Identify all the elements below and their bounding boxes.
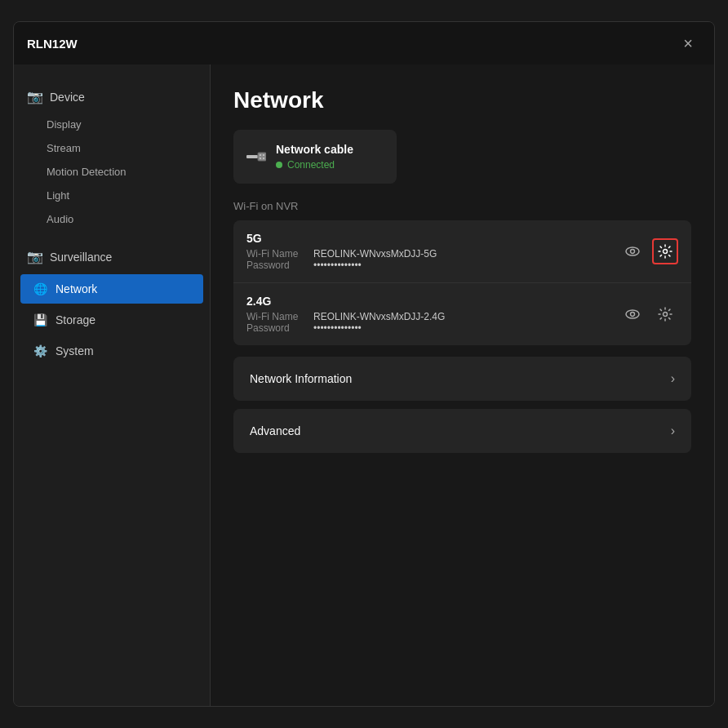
status-dot: [276, 162, 282, 168]
network-information-row[interactable]: Network Information ›: [233, 357, 691, 401]
storage-icon: 💾: [33, 313, 47, 326]
network-cable-name: Network cable: [276, 143, 353, 156]
dialog-title: RLN12W: [27, 37, 78, 51]
wifi-24g-password-label: Password: [246, 322, 304, 334]
wifi-24g-name-row: Wi-Fi Name REOLINK-WNvxsMxDJJ-2.4G: [246, 311, 445, 322]
svg-rect-4: [260, 158, 261, 159]
svg-point-11: [664, 313, 668, 317]
advanced-chevron-icon: ›: [671, 424, 675, 438]
svg-rect-1: [258, 153, 266, 161]
wifi-5g-eye-button[interactable]: [619, 238, 646, 264]
cable-icon: [246, 148, 266, 166]
wifi-24g-band: 2.4G: [246, 295, 445, 308]
network-cable-info: Network cable Connected: [276, 143, 353, 171]
device-section: 📷 Device: [14, 78, 210, 113]
camera-icon: 📷: [27, 89, 43, 104]
device-section-label: Device: [50, 91, 85, 104]
wifi-24g-info: 2.4G Wi-Fi Name REOLINK-WNvxsMxDJJ-2.4G …: [246, 295, 445, 334]
wifi-5g-name-label: Wi-Fi Name: [246, 248, 304, 260]
wifi-24g-eye-button[interactable]: [619, 301, 646, 327]
system-icon: ⚙️: [33, 344, 47, 357]
content-area: 📷 Device Display Stream Motion Detection…: [14, 64, 714, 706]
wifi-24g-password-value: ••••••••••••••: [313, 322, 362, 334]
wifi-5g-band: 5G: [246, 232, 437, 245]
wifi-5g-password-row: Password ••••••••••••••: [246, 260, 437, 271]
sidebar-item-system[interactable]: ⚙️ System: [20, 336, 203, 366]
page-title: Network: [233, 87, 691, 113]
wifi-24g-settings-button[interactable]: [652, 301, 678, 327]
svg-rect-3: [263, 154, 264, 156]
wifi-5g-settings-button[interactable]: [652, 238, 678, 264]
main-content: Network Network cable: [211, 64, 714, 706]
titlebar: RLN12W ×: [14, 22, 714, 64]
sidebar-item-storage-label: Storage: [55, 313, 95, 326]
svg-point-8: [664, 250, 668, 254]
sidebar-item-network[interactable]: 🌐 Network: [20, 274, 203, 304]
svg-point-10: [631, 313, 635, 317]
svg-rect-2: [260, 154, 261, 156]
wifi-5g-name-row: Wi-Fi Name REOLINK-WNvxsMxDJJ-5G: [246, 248, 437, 260]
wifi-5g-row: 5G Wi-Fi Name REOLINK-WNvxsMxDJJ-5G Pass…: [233, 220, 691, 282]
wifi-24g-row: 2.4G Wi-Fi Name REOLINK-WNvxsMxDJJ-2.4G …: [233, 282, 691, 345]
svg-rect-0: [246, 155, 258, 158]
advanced-label: Advanced: [250, 424, 300, 437]
sidebar-item-light[interactable]: Light: [14, 184, 210, 207]
wifi-24g-name-label: Wi-Fi Name: [246, 311, 304, 322]
wifi-block: 5G Wi-Fi Name REOLINK-WNvxsMxDJJ-5G Pass…: [233, 220, 691, 345]
svg-rect-5: [263, 158, 264, 159]
advanced-section: Advanced ›: [233, 409, 691, 453]
network-information-chevron-icon: ›: [671, 371, 675, 386]
sidebar: 📷 Device Display Stream Motion Detection…: [14, 64, 210, 706]
surveillance-section-header: 📷 Surveillance: [27, 244, 197, 269]
sidebar-item-audio[interactable]: Audio: [14, 207, 210, 231]
wifi-5g-info: 5G Wi-Fi Name REOLINK-WNvxsMxDJJ-5G Pass…: [246, 232, 437, 271]
svg-point-9: [626, 310, 639, 318]
network-cable-card: Network cable Connected: [233, 130, 397, 184]
svg-point-7: [631, 250, 635, 254]
wifi-24g-password-row: Password ••••••••••••••: [246, 322, 445, 334]
wifi-5g-actions: [619, 238, 678, 264]
device-section-header: 📷 Device: [27, 84, 197, 109]
status-text: Connected: [287, 159, 335, 171]
close-button[interactable]: ×: [675, 30, 701, 56]
network-information-section: Network Information ›: [233, 357, 691, 401]
main-dialog: RLN12W × 📷 Device Display Stream Motion …: [13, 21, 715, 707]
wifi-5g-name-value: REOLINK-WNvxsMxDJJ-5G: [313, 248, 437, 260]
sidebar-item-stream[interactable]: Stream: [14, 136, 210, 160]
sidebar-item-motion-detection[interactable]: Motion Detection: [14, 160, 210, 184]
surveillance-section-label: Surveillance: [50, 251, 112, 264]
sidebar-item-display[interactable]: Display: [14, 113, 210, 136]
advanced-row[interactable]: Advanced ›: [233, 409, 691, 453]
wifi-24g-name-value: REOLINK-WNvxsMxDJJ-2.4G: [313, 311, 445, 322]
wifi-5g-password-value: ••••••••••••••: [313, 260, 362, 271]
network-icon: 🌐: [33, 282, 47, 295]
surveillance-icon: 📷: [27, 249, 43, 264]
network-cable-status: Connected: [276, 159, 353, 171]
wifi-section-label: Wi-Fi on NVR: [233, 200, 691, 212]
sidebar-item-storage[interactable]: 💾 Storage: [20, 305, 203, 335]
wifi-24g-actions: [619, 301, 678, 327]
surveillance-section: 📷 Surveillance: [14, 237, 210, 273]
network-information-label: Network Information: [250, 372, 352, 385]
sidebar-item-system-label: System: [55, 344, 94, 357]
svg-point-6: [626, 247, 639, 255]
wifi-5g-password-label: Password: [246, 260, 304, 271]
sidebar-item-network-label: Network: [55, 282, 97, 295]
